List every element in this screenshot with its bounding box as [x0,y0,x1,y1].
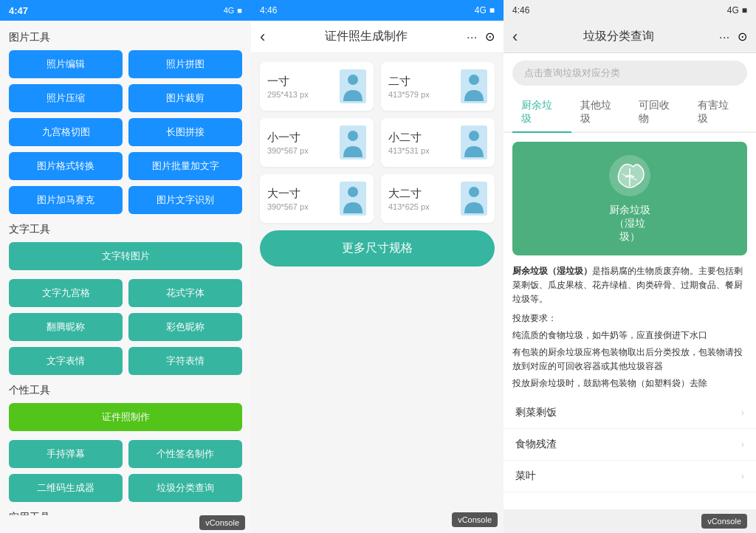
vconsole-btn-3[interactable]: vConsole [701,514,747,529]
small-one-cun-info: 小一寸 390*567 px [267,131,334,155]
char-emoji-btn[interactable]: 字符表情 [128,347,242,375]
two-cun-info: 二寸 413*579 px [388,75,455,99]
image-tools-grid: 照片编辑 照片拼图 照片压缩 图片裁剪 九宫格切图 长图拼接 图片格式转换 图片… [9,50,242,214]
list-item-leftover-food[interactable]: 剩菜剩饭 › [504,397,756,429]
small-two-cun-avatar [461,125,487,159]
image-tools-title: 图片工具 [9,31,242,44]
big-one-cun-info: 大一寸 390*567 px [267,187,334,211]
list-item-food-residue[interactable]: 食物残渣 › [504,429,756,461]
list-item-vegetable-leaves[interactable]: 菜叶 › [504,461,756,492]
panel2-header: ‹ 证件照生成制作 ··· ⊙ [251,21,504,53]
panel3-footer: vConsole [504,509,756,533]
tab-recyclable[interactable]: 可回收物 [630,93,689,131]
text-tools-title: 文字工具 [9,223,242,236]
panel2-footer: vConsole [251,512,504,533]
tab-other-waste[interactable]: 其他垃圾 [571,93,630,131]
text-to-image-single: 文字转图片 [9,242,242,270]
panel2-scroll-content: 一寸 295*413 px 二寸 413*579 px [251,53,504,512]
format-convert-btn[interactable]: 图片格式转换 [9,152,123,180]
tab-kitchen-waste[interactable]: 厨余垃圾 [512,93,571,133]
menu-icon-3[interactable]: ··· [719,31,730,43]
svg-point-2 [348,131,358,141]
panel3-header-icons: ··· ⊙ [719,30,747,44]
list-arrow-3: › [741,471,744,481]
flip-nickname-btn[interactable]: 翻腾昵称 [9,313,123,341]
search-placeholder: 点击查询垃圾对应分类 [524,66,620,80]
text-grid-btn[interactable]: 文字九宫格 [9,279,123,307]
back-btn-2[interactable]: ‹ [260,27,265,47]
menu-icon-2[interactable]: ··· [467,31,478,43]
big-two-cun-avatar [461,182,487,216]
food-residue-label: 食物残渣 [515,438,557,451]
mosaic-btn[interactable]: 图片加马赛克 [9,186,123,214]
small-two-cun-card[interactable]: 小二寸 413*531 px [381,118,495,167]
garbage-query-btn[interactable]: 垃圾分类查询 [128,474,242,502]
list-arrow-1: › [741,408,744,418]
signature-btn[interactable]: 个性签名制作 [128,440,242,468]
one-cun-info: 一寸 295*413 px [267,75,334,99]
more-sizes-btn[interactable]: 更多尺寸规格 [260,230,495,266]
big-two-cun-card[interactable]: 大二寸 413*625 px [381,174,495,223]
back-btn-3[interactable]: ‹ [512,27,518,47]
panel1-image-tools: 4:47 4G ■ 图片工具 照片编辑 照片拼图 照片压缩 图片裁剪 九宫格切图… [0,0,251,533]
one-cun-avatar [340,69,366,103]
id-photo-single: 证件照制作 [9,403,242,431]
panel1-scroll-content: 图片工具 照片编辑 照片拼图 照片压缩 图片裁剪 九宫格切图 长图拼接 图片格式… [0,21,251,515]
svg-point-4 [348,187,358,197]
text-emoji-btn[interactable]: 文字表情 [9,347,123,375]
fancy-font-btn[interactable]: 花式字体 [128,279,242,307]
vegetable-leaves-label: 菜叶 [515,470,536,483]
search-bar[interactable]: 点击查询垃圾对应分类 [512,61,747,86]
garbage-card: 厨余垃圾（湿垃圾） [512,142,747,255]
long-image-btn[interactable]: 长图拼接 [128,118,242,146]
battery-icon-3: ■ [742,5,747,16]
text-to-image-btn[interactable]: 文字转图片 [9,242,242,270]
time-2: 4:46 [260,5,277,16]
big-two-cun-label: 大二寸 [388,187,455,201]
text-tools-grid: 文字九宫格 花式字体 翻腾昵称 彩色昵称 文字表情 字符表情 [9,279,242,375]
garbage-description: 厨余垃圾（湿垃圾）是指易腐的生物质废弃物。主要包括剩菜剩饭、瓜皮果核、花卉绿植、… [512,264,747,391]
status-bar-1: 4:47 4G ■ [0,0,251,21]
panel3-title: 垃圾分类查询 [518,29,719,44]
ocr-btn[interactable]: 图片文字识别 [128,186,242,214]
tab-hazardous[interactable]: 有害垃圾 [689,93,748,131]
svg-point-5 [469,187,479,197]
vconsole-btn-1[interactable]: vConsole [199,515,245,530]
small-one-cun-card[interactable]: 小一寸 390*567 px [260,118,374,167]
photo-crop-btn[interactable]: 图片裁剪 [128,84,242,112]
personal-tools-grid: 手持弹幕 个性签名制作 二维码生成器 垃圾分类查询 [9,440,242,502]
photo-grid-middle: 小一寸 390*567 px 小二寸 413*531 px [260,118,495,167]
batch-text-btn[interactable]: 图片批量加文字 [128,152,242,180]
handheld-barrage-btn[interactable]: 手持弹幕 [9,440,123,468]
photo-compress-btn[interactable]: 照片压缩 [9,84,123,112]
photo-grid-bottom: 大一寸 390*567 px 大二寸 413*625 px [260,174,495,223]
garbage-card-label: 厨余垃圾（湿垃圾） [609,204,650,244]
personal-tools-title: 个性工具 [9,384,242,397]
network-icon-3: 4G [727,5,739,16]
vconsole-btn-2[interactable]: vConsole [452,512,498,527]
leftover-food-label: 剩菜剩饭 [515,406,557,419]
photo-edit-btn[interactable]: 照片编辑 [9,50,123,78]
two-cun-label: 二寸 [388,75,455,89]
id-photo-btn[interactable]: 证件照制作 [9,403,242,431]
one-cun-card[interactable]: 一寸 295*413 px [260,62,374,111]
big-one-cun-card[interactable]: 大一寸 390*567 px [260,174,374,223]
svg-point-0 [348,75,358,85]
qr-code-btn[interactable]: 二维码生成器 [9,474,123,502]
grid-cut-btn[interactable]: 九宫格切图 [9,118,123,146]
big-one-cun-label: 大一寸 [267,187,334,201]
panel2-header-icons: ··· ⊙ [467,30,495,44]
battery-icon-2: ■ [489,5,495,16]
one-cun-label: 一寸 [267,75,334,89]
two-cun-card[interactable]: 二寸 413*579 px [381,62,495,111]
panel3-garbage: 4:46 4G ■ ‹ 垃圾分类查询 ··· ⊙ 点击查询垃圾对应分类 厨余垃圾… [504,0,756,533]
big-two-cun-px: 413*625 px [388,202,455,211]
battery-icon-1: ■ [237,6,242,15]
target-icon-3[interactable]: ⊙ [738,30,747,44]
photo-grid-top: 一寸 295*413 px 二寸 413*579 px [260,62,495,111]
photo-puzzle-btn[interactable]: 照片拼图 [128,50,242,78]
garbage-icon-area [608,154,652,198]
target-icon-2[interactable]: ⊙ [485,30,495,44]
small-two-cun-info: 小二寸 413*531 px [388,131,455,155]
color-nickname-btn[interactable]: 彩色昵称 [128,313,242,341]
